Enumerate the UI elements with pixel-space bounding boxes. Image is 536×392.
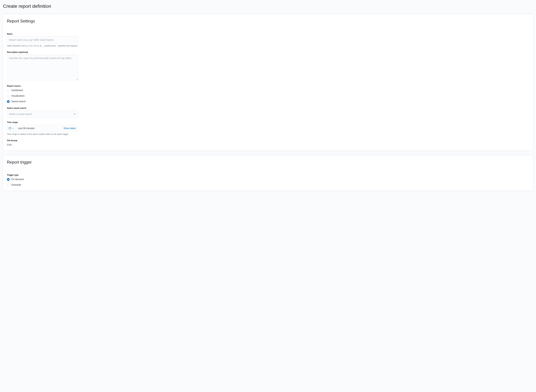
svg-rect-0	[9, 127, 11, 129]
description-label: Description (optional)	[7, 51, 78, 54]
radio-saved-search-label: Saved search	[11, 100, 26, 103]
file-format-value: CSV	[7, 143, 529, 147]
radio-circle-icon	[7, 95, 10, 97]
radio-schedule[interactable]: Schedule	[7, 183, 529, 187]
page-title: Create report definition	[3, 3, 533, 10]
saved-search-select[interactable]: Select a saved search	[7, 111, 78, 117]
name-input[interactable]	[7, 37, 78, 43]
report-trigger-panel: Report trigger Trigger type On demand Sc…	[3, 155, 533, 191]
chevron-down-icon	[12, 127, 14, 129]
saved-search-select-label: Select saved search	[7, 107, 78, 110]
time-range-row: Time range Last 30 minutes Show dates	[7, 121, 78, 136]
radio-visualization[interactable]: Visualization	[7, 94, 529, 98]
report-trigger-title: Report trigger	[7, 159, 529, 165]
radio-dashboard[interactable]: Dashboard	[7, 89, 529, 92]
radio-circle-icon	[7, 184, 10, 186]
radio-dashboard-label: Dashboard	[11, 89, 23, 92]
radio-circle-checked-icon	[7, 100, 10, 103]
show-dates-link[interactable]: Show dates	[64, 126, 76, 130]
saved-search-select-row: Select saved search Select a saved searc…	[7, 107, 78, 117]
description-row: Description (optional)	[7, 51, 78, 81]
time-range-label: Time range	[7, 121, 78, 124]
time-range-body[interactable]: Last 30 minutes Show dates	[16, 125, 78, 132]
file-format-row: File format CSV	[7, 139, 529, 147]
time-range-help-text: Time range is relative to the report cre…	[7, 133, 78, 136]
radio-circle-checked-icon	[7, 178, 10, 181]
divider	[7, 28, 529, 28]
divider	[7, 169, 529, 169]
file-format-label: File format	[7, 139, 529, 142]
radio-circle-icon	[7, 89, 10, 92]
report-source-row: Report source Dashboard Visualization Sa…	[7, 84, 529, 103]
radio-on-demand[interactable]: On demand	[7, 177, 529, 181]
trigger-type-row: Trigger type On demand Schedule	[7, 173, 529, 187]
report-settings-panel: Report Settings Name Valid characters ar…	[3, 14, 533, 151]
name-help-text: Valid characters are a-z, A-Z, 0-9, (), …	[7, 44, 78, 47]
time-range-picker: Last 30 minutes Show dates	[7, 125, 78, 132]
name-row: Name Valid characters are a-z, A-Z, 0-9,…	[7, 33, 78, 47]
chevron-down-icon	[74, 113, 76, 115]
radio-schedule-label: Schedule	[11, 183, 21, 187]
saved-search-placeholder: Select a saved search	[9, 112, 74, 116]
name-label: Name	[7, 33, 78, 36]
report-source-radio-group: Dashboard Visualization Saved search	[7, 89, 529, 103]
trigger-type-radio-group: On demand Schedule	[7, 177, 529, 187]
report-source-label: Report source	[7, 84, 529, 88]
trigger-type-label: Trigger type	[7, 173, 529, 177]
radio-visualization-label: Visualization	[11, 94, 24, 98]
calendar-icon	[9, 127, 11, 130]
time-range-quick-select-button[interactable]	[7, 125, 16, 132]
description-input[interactable]	[7, 55, 78, 80]
radio-saved-search[interactable]: Saved search	[7, 100, 529, 103]
report-settings-title: Report Settings	[7, 18, 529, 24]
time-range-value: Last 30 minutes	[18, 126, 35, 130]
radio-on-demand-label: On demand	[11, 177, 24, 181]
